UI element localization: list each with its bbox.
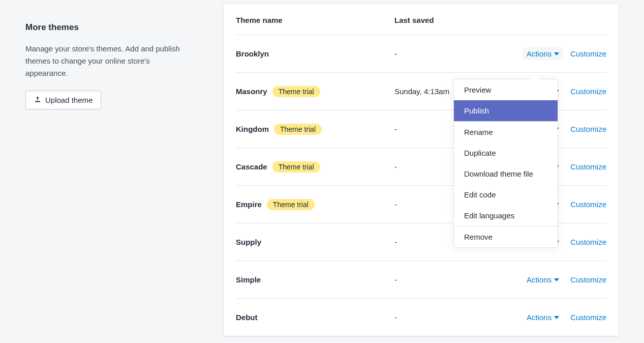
- theme-name: Kingdom: [236, 125, 269, 133]
- table-header: Theme name Last saved: [236, 4, 606, 35]
- customize-link[interactable]: Customize: [570, 87, 606, 96]
- theme-name: Cascade: [236, 162, 267, 171]
- upload-icon: [34, 96, 41, 104]
- last-saved-value: -: [394, 313, 397, 322]
- theme-row: Brooklyn-ActionsCustomize: [236, 35, 606, 72]
- upload-theme-button[interactable]: Upload theme: [25, 91, 101, 109]
- actions-button[interactable]: Actions: [523, 273, 563, 286]
- customize-link[interactable]: Customize: [570, 200, 606, 209]
- theme-name: Simple: [236, 275, 261, 284]
- actions-button-label: Actions: [527, 49, 551, 58]
- theme-name: Brooklyn: [236, 49, 269, 58]
- theme-name: Debut: [236, 313, 258, 322]
- last-saved-cell: -: [394, 49, 505, 59]
- theme-name-cell: EmpireTheme trial: [236, 199, 394, 210]
- dropdown-item-edit-code[interactable]: Edit code: [454, 184, 558, 205]
- theme-trial-badge: Theme trial: [272, 161, 320, 173]
- theme-row: Debut-ActionsCustomize: [236, 298, 606, 336]
- actions-button-label: Actions: [527, 313, 551, 322]
- actions-cell: ActionsCustomize: [505, 311, 606, 324]
- last-saved-value: -: [394, 162, 397, 171]
- dropdown-item-download-theme-file[interactable]: Download theme file: [454, 163, 558, 184]
- last-saved-value: -: [394, 238, 397, 246]
- theme-trial-badge: Theme trial: [274, 124, 322, 135]
- customize-link[interactable]: Customize: [570, 49, 606, 58]
- dropdown-item-edit-languages[interactable]: Edit languages: [454, 205, 558, 226]
- theme-name-cell: MasonryTheme trial: [236, 86, 394, 97]
- last-saved-cell: -: [394, 313, 505, 322]
- theme-trial-badge: Theme trial: [272, 86, 320, 97]
- theme-name-cell: Supply: [236, 238, 394, 247]
- theme-trial-badge: Theme trial: [267, 199, 315, 210]
- customize-link[interactable]: Customize: [570, 125, 606, 133]
- last-saved-value: -: [394, 275, 397, 284]
- actions-cell: ActionsCustomize: [505, 47, 606, 60]
- customize-link[interactable]: Customize: [570, 313, 606, 322]
- dropdown-item-rename[interactable]: Rename: [454, 122, 558, 142]
- theme-row: Simple-ActionsCustomize: [236, 261, 606, 298]
- actions-button[interactable]: Actions: [523, 311, 563, 324]
- dropdown-item-duplicate[interactable]: Duplicate: [454, 142, 558, 163]
- caret-down-icon: [554, 313, 559, 322]
- dropdown-item-publish[interactable]: Publish: [454, 100, 558, 121]
- last-saved-value: Sunday, 4:13am: [394, 87, 449, 96]
- actions-button-label: Actions: [527, 275, 551, 284]
- actions-dropdown: PreviewPublishRenameDuplicateDownload th…: [454, 79, 558, 247]
- dropdown-item-preview[interactable]: Preview: [454, 79, 558, 100]
- themes-card: Theme name Last saved Brooklyn-ActionsCu…: [224, 4, 619, 336]
- dropdown-item-remove[interactable]: Remove: [454, 226, 558, 247]
- theme-name-cell: Brooklyn: [236, 49, 394, 59]
- header-theme-name: Theme name: [236, 16, 394, 24]
- theme-name: Empire: [236, 200, 262, 209]
- caret-down-icon: [554, 275, 559, 284]
- actions-cell: ActionsCustomize: [505, 273, 606, 286]
- theme-name-cell: CascadeTheme trial: [236, 161, 394, 173]
- theme-name-cell: KingdomTheme trial: [236, 124, 394, 135]
- last-saved-cell: -: [394, 275, 505, 284]
- last-saved-value: -: [394, 49, 397, 58]
- last-saved-value: -: [394, 200, 397, 209]
- customize-link[interactable]: Customize: [570, 238, 606, 246]
- header-last-saved: Last saved: [394, 16, 606, 24]
- theme-name-cell: Debut: [236, 313, 394, 322]
- customize-link[interactable]: Customize: [570, 162, 606, 171]
- sidebar-title: More themes: [25, 22, 208, 33]
- theme-name: Supply: [236, 238, 261, 246]
- last-saved-value: -: [394, 125, 397, 133]
- theme-name: Masonry: [236, 87, 267, 96]
- customize-link[interactable]: Customize: [570, 275, 606, 284]
- caret-down-icon: [554, 49, 559, 58]
- sidebar-description: Manage your store's themes. Add and publ…: [25, 43, 188, 79]
- actions-button[interactable]: Actions: [523, 47, 563, 60]
- theme-name-cell: Simple: [236, 275, 394, 284]
- sidebar: More themes Manage your store's themes. …: [0, 0, 224, 343]
- upload-theme-label: Upload theme: [45, 96, 93, 104]
